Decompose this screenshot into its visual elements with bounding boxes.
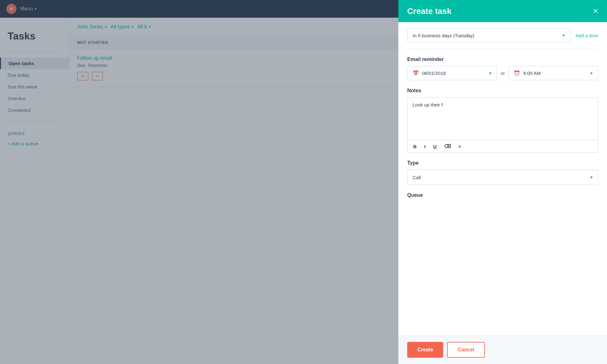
notes-label: Notes [407,88,598,94]
email-reminder-section: Email reminder 📅 06/01/2018 ▾ at ⏰ 8:00 … [407,49,598,80]
modal-panel: Create task × In 5 business days (Tuesda… [398,0,607,364]
modal-body: In 5 business days (Tuesday) ▾ Add a tim… [398,22,607,335]
list-button[interactable]: ≡ [457,143,463,150]
close-button[interactable]: × [593,7,598,15]
due-date-row: In 5 business days (Tuesday) ▾ Add a tim… [407,22,598,49]
time-picker[interactable]: ⏰ 8:00 AM ▾ [508,66,598,80]
notes-section: Notes Look up their f B I U ⌫ ≡ [407,80,598,153]
clock-icon: ⏰ [514,70,520,76]
type-dropdown[interactable]: Call ▾ [407,170,598,185]
email-reminder-label: Email reminder [407,57,598,62]
modal-footer: Create Cancel [398,335,607,364]
cancel-button[interactable]: Cancel [447,342,485,358]
type-section: Type Call ▾ [407,153,598,185]
add-time-link[interactable]: Add a time [575,33,598,38]
notes-input[interactable]: Look up their f [408,98,598,139]
due-date-chevron-icon: ▾ [562,33,565,38]
eraser-button[interactable]: ⌫ [443,143,452,150]
calendar-icon: 📅 [413,70,419,76]
due-date-dropdown[interactable]: In 5 business days (Tuesday) ▾ [407,28,570,42]
modal-overlay: Create task × In 5 business days (Tuesda… [0,0,607,364]
email-date-picker[interactable]: 📅 06/01/2018 ▾ [407,66,497,80]
queue-section: Queue [407,185,598,198]
email-reminder-row: 📅 06/01/2018 ▾ at ⏰ 8:00 AM ▾ [407,66,598,80]
at-text: at [501,70,505,76]
time-picker-chevron-icon: ▾ [590,70,593,76]
modal-header: Create task × [398,0,607,22]
type-label: Type [407,160,598,166]
type-chevron-icon: ▾ [590,174,593,180]
queue-label: Queue [407,192,598,198]
date-picker-chevron-icon: ▾ [489,70,492,76]
notes-toolbar: B I U ⌫ ≡ [408,140,598,152]
italic-button[interactable]: I [423,143,427,150]
underline-button[interactable]: U [432,143,438,150]
modal-title: Create task [407,6,451,16]
create-button[interactable]: Create [407,342,443,358]
bold-button[interactable]: B [412,143,418,150]
notes-wrapper: Look up their f B I U ⌫ ≡ [407,97,598,153]
